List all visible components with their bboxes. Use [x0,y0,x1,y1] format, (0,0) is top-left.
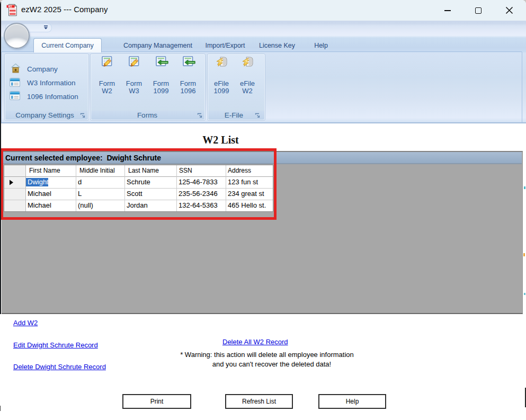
svg-text:W2: W2 [8,5,12,8]
